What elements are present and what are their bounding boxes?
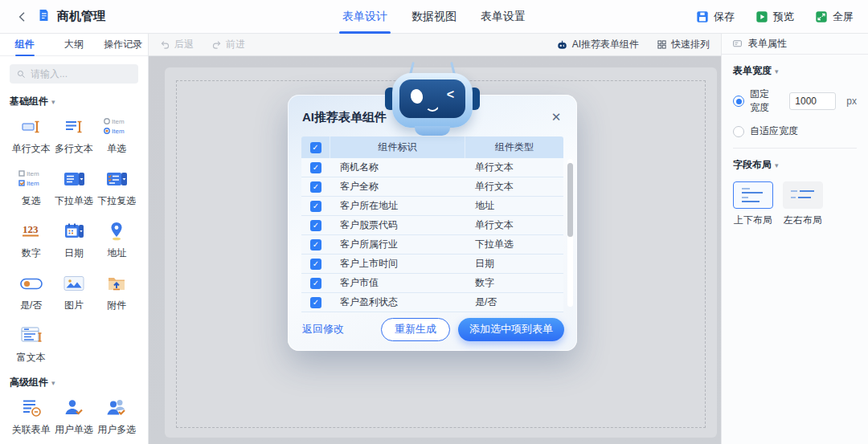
row-component-type: 下拉单选 xyxy=(465,238,563,251)
back-button[interactable] xyxy=(14,9,31,25)
save-button[interactable]: 保存 xyxy=(696,10,735,24)
save-icon xyxy=(696,10,709,23)
row-component-type: 日期 xyxy=(465,257,563,271)
table-body[interactable]: ✓商机名称单行文本✓客户全称单行文本✓客户所在地址地址✓客户股票代码单行文本✓客… xyxy=(301,158,563,312)
field-layout-section-title[interactable]: 字段布局▾ xyxy=(733,158,857,172)
select-all-checkbox[interactable]: ✓ xyxy=(310,142,321,153)
row-checkbox[interactable]: ✓ xyxy=(310,201,321,212)
undo-button[interactable]: 后退 xyxy=(160,38,194,51)
caret-down-icon: ▾ xyxy=(775,161,779,169)
width-unit: px xyxy=(846,96,857,107)
redo-icon xyxy=(211,39,222,50)
component-label: 关联表单 xyxy=(12,423,51,437)
layout-option-top-bottom[interactable] xyxy=(733,181,773,209)
component-item[interactable]: 富文本 xyxy=(10,324,52,365)
component-label: 数字 xyxy=(22,246,41,260)
table-row[interactable]: ✓商机名称单行文本 xyxy=(301,158,563,177)
row-checkbox[interactable]: ✓ xyxy=(310,220,321,231)
component-item[interactable]: 附件 xyxy=(96,271,138,312)
preview-icon xyxy=(755,10,768,23)
row-checkbox[interactable]: ✓ xyxy=(310,239,321,251)
row-component-name: 商机名称 xyxy=(330,161,465,174)
undo-label: 后退 xyxy=(174,38,194,51)
section-title[interactable]: 高级组件▾ xyxy=(10,376,138,389)
tab-data-view[interactable]: 数据视图 xyxy=(411,0,457,34)
left-tab-outline[interactable]: 大纲 xyxy=(49,34,98,56)
ai-recommend-button[interactable]: AI推荐表单组件 xyxy=(556,38,639,51)
section-title[interactable]: 基础组件▾ xyxy=(10,95,138,108)
quick-arrange-icon xyxy=(657,39,667,50)
layout-option-left-right[interactable] xyxy=(783,181,823,209)
component-label: 地址 xyxy=(107,246,126,260)
row-component-type: 是/否 xyxy=(465,295,563,309)
redo-button[interactable]: 前进 xyxy=(211,38,245,51)
component-item[interactable]: 123数字 xyxy=(10,219,52,260)
fixed-width-radio[interactable]: 固定宽度 px xyxy=(733,88,857,115)
page-title: 商机管理 xyxy=(57,9,105,24)
table-row[interactable]: ✓客户所属行业下拉单选 xyxy=(301,235,563,255)
tab-form-design[interactable]: 表单设计 xyxy=(342,0,387,34)
tab-form-settings[interactable]: 表单设置 xyxy=(481,0,526,34)
table-row[interactable]: ✓客户所在地址地址 xyxy=(301,197,563,216)
close-icon[interactable]: ✕ xyxy=(548,109,564,125)
component-item[interactable]: ItemItem单选 xyxy=(96,115,138,156)
toggle-icon xyxy=(19,271,43,295)
undo-icon xyxy=(160,39,170,50)
row-component-type: 单行文本 xyxy=(465,218,563,232)
width-value-input[interactable] xyxy=(789,92,836,110)
component-item[interactable]: 用户多选 xyxy=(96,396,138,437)
component-label: 下拉单选 xyxy=(55,194,93,208)
component-item[interactable]: 图片 xyxy=(52,271,95,312)
table-row[interactable]: ✓客户盈利状态是/否 xyxy=(301,293,563,312)
add-selected-button[interactable]: 添加选中项到表单 xyxy=(458,318,564,341)
auto-width-radio[interactable]: 自适应宽度 xyxy=(733,124,857,138)
search-input[interactable] xyxy=(31,68,119,79)
scrollbar-thumb[interactable] xyxy=(567,163,573,237)
left-tab-history[interactable]: 操作记录 xyxy=(99,34,148,56)
row-checkbox[interactable]: ✓ xyxy=(310,162,321,173)
row-checkbox[interactable]: ✓ xyxy=(310,278,321,289)
column-header-name: 组件标识 xyxy=(330,136,465,158)
table-scrollbar[interactable] xyxy=(567,159,573,307)
table-row[interactable]: ✓客户市值数字 xyxy=(301,274,563,293)
preview-button[interactable]: 预览 xyxy=(755,10,794,24)
component-item[interactable]: 下拉单选 xyxy=(52,167,95,208)
row-component-type: 单行文本 xyxy=(465,161,563,174)
top-actions: 保存预览全屏 xyxy=(696,10,854,24)
component-item[interactable]: 用户单选 xyxy=(52,396,95,437)
component-item[interactable]: 单行文本 xyxy=(10,115,52,156)
component-item[interactable]: 下拉复选 xyxy=(96,167,138,208)
regenerate-button[interactable]: 重新生成 xyxy=(381,318,450,341)
component-item[interactable]: 多行文本 xyxy=(52,115,95,156)
component-item[interactable]: 是/否 xyxy=(10,271,52,312)
properties-title: 表单属性 xyxy=(748,37,787,51)
component-label: 单选 xyxy=(107,142,126,156)
fullscreen-button[interactable]: 全屏 xyxy=(815,10,854,24)
component-item[interactable]: 地址 xyxy=(96,219,138,260)
row-checkbox[interactable]: ✓ xyxy=(310,259,321,270)
component-item[interactable]: 日期 xyxy=(52,219,95,260)
left-tab-components[interactable]: 组件 xyxy=(0,34,49,56)
table-row[interactable]: ✓客户全称单行文本 xyxy=(301,177,563,197)
ai-recommend-label: AI推荐表单组件 xyxy=(572,38,639,51)
properties-panel: 表单属性 表单宽度▾ 固定宽度 px 自适应宽度 字段布局▾ xyxy=(721,34,868,444)
form-width-section-title[interactable]: 表单宽度▾ xyxy=(733,64,857,78)
row-checkbox[interactable]: ✓ xyxy=(310,297,321,308)
multi-line-text-icon xyxy=(63,115,84,139)
table-row[interactable]: ✓客户股票代码单行文本 xyxy=(301,216,563,235)
component-item[interactable]: 关联表单 xyxy=(10,396,52,437)
row-component-name: 客户市值 xyxy=(330,276,465,290)
back-to-edit-link[interactable]: 返回修改 xyxy=(302,322,344,336)
search-icon xyxy=(16,69,27,79)
component-label: 单行文本 xyxy=(12,142,51,156)
component-search[interactable] xyxy=(10,64,138,84)
table-row[interactable]: ✓客户上市时间日期 xyxy=(301,255,563,274)
svg-text:Item: Item xyxy=(27,180,39,187)
row-component-name: 客户股票代码 xyxy=(330,218,465,232)
image-icon xyxy=(63,271,85,295)
quick-arrange-button[interactable]: 快速排列 xyxy=(657,38,710,51)
row-checkbox[interactable]: ✓ xyxy=(310,181,321,193)
ai-robot-icon xyxy=(556,39,568,51)
component-label: 下拉复选 xyxy=(97,194,136,208)
component-item[interactable]: ItemItem复选 xyxy=(10,167,52,208)
